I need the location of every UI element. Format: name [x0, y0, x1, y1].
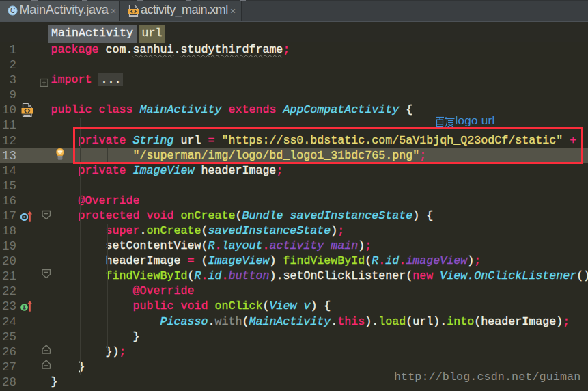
svg-text:C: C: [10, 7, 15, 14]
